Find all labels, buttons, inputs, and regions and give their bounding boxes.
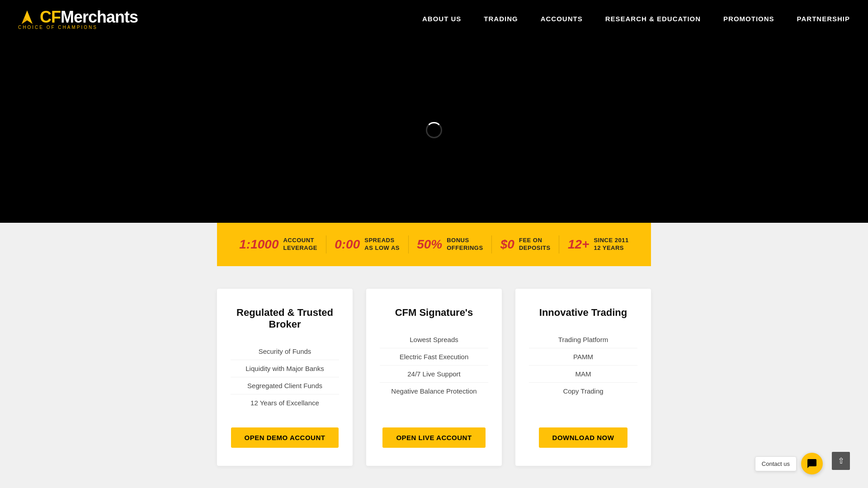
logo-text: CFMerchants [40,8,138,27]
card-feature-item: MAM [529,366,637,383]
card-btn-signature[interactable]: Open Live Account [382,427,485,448]
stat-number-leverage: 1:1000 [239,237,278,252]
nav-item-accounts[interactable]: ACCOUNTS [541,15,583,23]
stat-item-leverage: 1:1000 ACCOUNTLEVERAGE [239,237,317,252]
nav-item-partnership[interactable]: PARTNERSHIP [797,15,850,23]
navbar: CFMerchants CHOICE OF CHAMPIONS ABOUT US… [0,0,868,38]
stat-label-bonus: BONUSOFFERINGS [447,237,483,252]
stats-bar: 1:1000 ACCOUNTLEVERAGE 0:00 SPREADSAS LO… [217,223,651,266]
logo-rest: Merchants [61,8,138,26]
card-feature-item: Security of Funds [231,343,339,360]
card-feature-item: Electric Fast Execution [380,348,488,366]
stat-divider-2 [408,235,409,253]
loading-spinner [426,122,442,138]
card-feature-item: Trading Platform [529,331,637,348]
stat-number-bonus: 50% [417,237,442,252]
nav-item-promotions[interactable]: PROMOTIONS [723,15,774,23]
nav-item-research-education[interactable]: RESEARCH & EDUCATION [605,15,701,23]
chat-button[interactable] [801,453,823,474]
nav-item-about-us[interactable]: ABOUT US [422,15,461,23]
card-feature-item: Copy Trading [529,383,637,399]
card-feature-item: Negative Balance Protection [380,383,488,399]
chat-icon [807,458,817,469]
stat-item-bonus: 50% BONUSOFFERINGS [417,237,483,252]
stat-label-spreads: SPREADSAS LOW AS [364,237,400,252]
card-feature-item: 12 Years of Excellance [231,394,339,411]
stat-number-spreads: 0:00 [335,237,360,252]
stat-label-years: SINCE 201112 YEARS [594,237,628,252]
card-btn-innovative[interactable]: Download Now [539,427,628,448]
stat-label-leverage: ACCOUNTLEVERAGE [283,237,317,252]
stat-item-spreads: 0:00 SPREADSAS LOW AS [335,237,400,252]
contact-label: Contact us [755,456,797,471]
card-title-innovative: Innovative Trading [539,307,627,319]
card-features-regulated: Security of FundsLiquidity with Major Ba… [231,343,339,411]
card-feature-item: Segregated Client Funds [231,377,339,394]
card-title-regulated: Regulated & Trusted Broker [231,307,339,330]
card-innovative: Innovative TradingTrading PlatformPAMMMA… [515,289,651,466]
nav-menu: ABOUT USTRADINGACCOUNTSRESEARCH & EDUCAT… [422,15,850,23]
card-feature-item: Liquidity with Major Banks [231,360,339,377]
chat-section: Contact us [755,453,823,474]
stat-divider-1 [326,235,326,253]
nav-item-trading[interactable]: TRADING [484,15,518,23]
stat-label-fee: FEE ONDEPOSITS [519,237,551,252]
logo[interactable]: CFMerchants CHOICE OF CHAMPIONS [18,8,138,30]
logo-tagline: CHOICE OF CHAMPIONS [18,25,98,30]
card-title-signature: CFM Signature's [395,307,473,319]
scroll-top-button[interactable]: ⇧ [832,452,850,470]
hero-section [0,38,868,223]
stat-item-years: 12+ SINCE 201112 YEARS [568,237,629,252]
logo-cf: CF [40,8,61,26]
card-features-signature: Lowest SpreadsElectric Fast Execution24/… [380,331,488,399]
card-signature: CFM Signature'sLowest SpreadsElectric Fa… [366,289,502,466]
card-feature-item: 24/7 Live Support [380,366,488,383]
card-feature-item: PAMM [529,348,637,366]
stat-divider-3 [491,235,492,253]
cards-container: Regulated & Trusted BrokerSecurity of Fu… [217,289,651,466]
card-btn-regulated[interactable]: Open Demo Account [231,427,339,448]
card-regulated: Regulated & Trusted BrokerSecurity of Fu… [217,289,353,466]
cards-section: Regulated & Trusted BrokerSecurity of Fu… [0,266,868,488]
logo-icon [18,8,36,26]
stat-divider-4 [559,235,559,253]
stat-number-fee: $0 [500,237,514,252]
card-features-innovative: Trading PlatformPAMMMAMCopy Trading [529,331,637,399]
card-feature-item: Lowest Spreads [380,331,488,348]
stat-number-years: 12+ [568,237,590,252]
stat-item-fee: $0 FEE ONDEPOSITS [500,237,551,252]
